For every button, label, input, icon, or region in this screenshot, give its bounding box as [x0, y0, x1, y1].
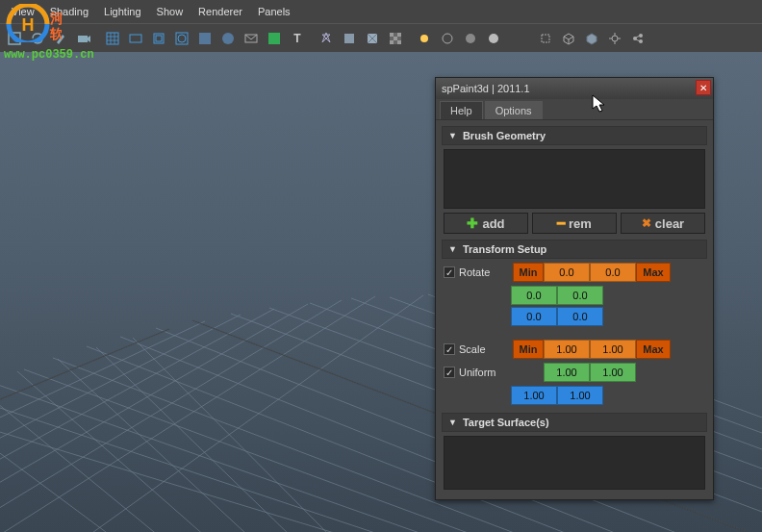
svg-line-52 [58, 359, 287, 532]
rotate-label: Rotate [459, 266, 509, 278]
svg-line-43 [0, 296, 375, 532]
section-target-surfaces[interactable]: ▼ Target Surface(s) [442, 413, 707, 432]
tool-grid-icon[interactable] [102, 28, 123, 49]
watermark-url: www.pc0359.cn [4, 48, 94, 62]
section-target-label: Target Surface(s) [463, 417, 549, 428]
rotate-z-min[interactable]: 0.0 [511, 307, 557, 326]
menu-panels[interactable]: Panels [250, 6, 298, 17]
tool-envelope-icon[interactable] [241, 28, 262, 49]
svg-line-54 [0, 386, 202, 532]
dialog-close-button[interactable]: ✕ [696, 80, 711, 95]
rotate-z-max[interactable]: 0.0 [557, 307, 603, 326]
sppaint3d-dialog: spPaint3d | 2011.1 ✕ Help Options ▼ Brus… [435, 77, 714, 500]
tool-res-icon[interactable] [148, 28, 169, 49]
shade-wireframe-icon[interactable] [316, 28, 337, 49]
svg-rect-25 [542, 35, 549, 42]
uniform-label: Uniform [459, 367, 509, 378]
light-all-icon[interactable] [437, 28, 458, 49]
tool-filmgate-icon[interactable] [125, 28, 146, 49]
svg-rect-8 [199, 33, 211, 44]
rotate-x-min[interactable]: 0.0 [544, 263, 590, 282]
svg-rect-2 [107, 33, 118, 44]
iso-cube2-icon[interactable] [581, 28, 602, 49]
add-button[interactable]: ✚add [444, 213, 528, 234]
watermark-logo-icon: H 河 软件 [4, 4, 62, 42]
light-sel-icon[interactable] [460, 28, 481, 49]
svg-line-49 [0, 329, 169, 423]
tool-smooth-icon[interactable] [217, 28, 239, 49]
svg-line-60 [0, 329, 169, 423]
iso-settings-icon[interactable] [604, 28, 625, 49]
light-flat-icon[interactable] [483, 28, 504, 49]
iso-share-icon[interactable] [627, 28, 648, 49]
svg-rect-20 [397, 40, 401, 44]
scale-z-min[interactable]: 1.00 [511, 386, 557, 405]
tool-xray-icon[interactable] [264, 28, 285, 49]
svg-rect-11 [268, 33, 280, 44]
tab-help[interactable]: Help [440, 101, 483, 119]
collapse-arrow-icon: ▼ [448, 418, 457, 427]
light-shadow-icon[interactable] [506, 28, 527, 49]
svg-rect-16 [390, 33, 394, 37]
svg-text:H: H [22, 15, 35, 35]
rotate-checkbox[interactable] [444, 266, 455, 278]
uniform-checkbox[interactable] [444, 367, 455, 378]
svg-rect-13 [344, 34, 354, 43]
svg-text:河: 河 [49, 11, 62, 26]
shade-smooth-icon[interactable] [362, 28, 383, 49]
toolbar: T [0, 23, 762, 52]
svg-rect-19 [390, 40, 394, 44]
rotate-y-min[interactable]: 0.0 [511, 286, 557, 305]
clear-button[interactable]: ✖clear [621, 213, 705, 234]
section-transform-label: Transform Setup [463, 243, 546, 255]
dialog-title-text: spPaint3d | 2011.1 [442, 83, 530, 94]
menu-renderer[interactable]: Renderer [190, 6, 250, 17]
rotate-y-max[interactable]: 0.0 [557, 286, 603, 305]
svg-line-55 [0, 403, 159, 532]
dialog-tabs: Help Options [436, 99, 713, 120]
svg-point-7 [178, 35, 186, 42]
scale-checkbox[interactable] [444, 343, 455, 355]
menu-show[interactable]: Show [149, 6, 191, 17]
svg-point-22 [443, 34, 452, 43]
rotate-x-max[interactable]: 0.0 [590, 263, 636, 282]
section-transform-setup[interactable]: ▼ Transform Setup [442, 240, 707, 259]
tab-options[interactable]: Options [485, 101, 543, 119]
scale-y-max[interactable]: 1.00 [590, 363, 636, 382]
svg-point-21 [420, 35, 428, 42]
menu-lighting[interactable]: Lighting [96, 6, 149, 17]
shade-flat-icon[interactable] [339, 28, 360, 49]
svg-line-51 [96, 347, 327, 532]
light-default-icon[interactable] [414, 28, 435, 49]
collapse-arrow-icon: ▼ [448, 131, 457, 140]
target-surfaces-list[interactable] [444, 436, 705, 490]
svg-point-26 [612, 36, 618, 41]
brush-geometry-list[interactable] [444, 149, 705, 209]
svg-rect-3 [130, 35, 141, 42]
svg-point-24 [489, 34, 498, 43]
svg-text:软件: 软件 [49, 26, 62, 41]
tool-gate-icon[interactable] [171, 28, 192, 49]
scale-x-max[interactable]: 1.00 [590, 340, 636, 359]
collapse-arrow-icon: ▼ [448, 244, 457, 254]
svg-line-47 [0, 315, 241, 468]
scale-x-min[interactable]: 1.00 [544, 340, 590, 359]
tool-wireframe-icon[interactable] [194, 28, 216, 49]
section-brush-geometry[interactable]: ▼ Brush Geometry [442, 126, 707, 145]
svg-rect-5 [156, 36, 162, 41]
iso-cube1-icon[interactable] [558, 28, 579, 49]
dialog-titlebar[interactable]: spPaint3d | 2011.1 ✕ [436, 78, 713, 99]
svg-text:T: T [293, 32, 301, 45]
scale-z-max[interactable]: 1.00 [557, 386, 603, 405]
scale-y-min[interactable]: 1.00 [544, 363, 590, 382]
svg-line-44 [0, 300, 342, 532]
svg-rect-18 [394, 37, 397, 40]
shade-textured-icon[interactable] [385, 28, 406, 49]
tool-text-icon[interactable]: T [287, 28, 308, 49]
viewport-menubar: View Shading Lighting Show Renderer Pane… [0, 0, 762, 23]
svg-line-58 [38, 295, 423, 532]
iso-select-icon[interactable] [535, 28, 556, 49]
rem-button[interactable]: ━rem [532, 213, 617, 234]
rotate-min-label: Min [513, 263, 544, 282]
scale-max-label: Max [636, 340, 671, 359]
